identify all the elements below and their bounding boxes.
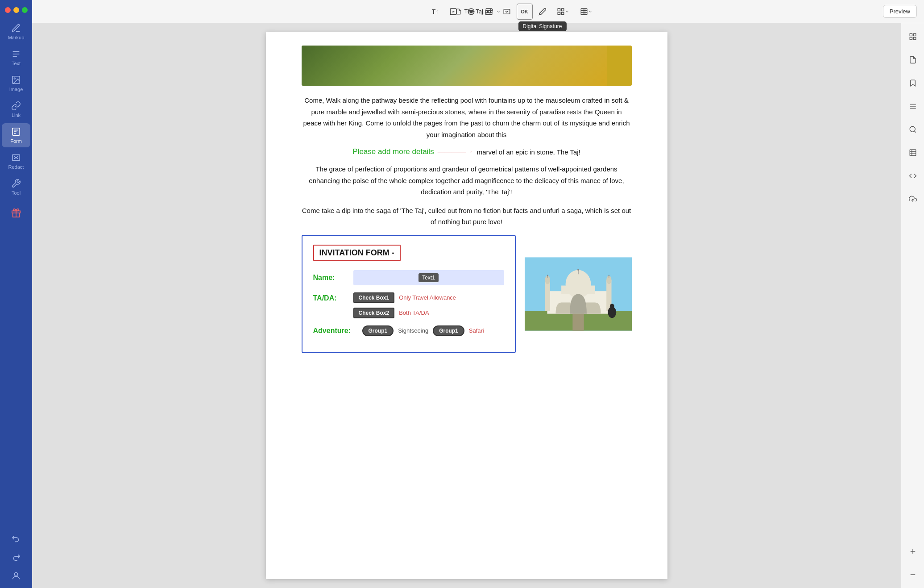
radio1-button[interactable]: Group1: [362, 325, 394, 336]
form-adventure-row: Adventure: Group1 Sightseeing Group1 Saf…: [313, 325, 504, 336]
svg-rect-13: [561, 8, 564, 11]
svg-point-46: [910, 126, 915, 132]
minimize-button[interactable]: [13, 7, 19, 13]
menu-icon[interactable]: [905, 98, 921, 114]
sidebar-item-undo[interactable]: [2, 530, 30, 547]
add-icon[interactable]: [905, 543, 921, 559]
form-title: INVITATION FORM -: [319, 248, 394, 257]
upload-icon[interactable]: [905, 191, 921, 207]
text-tool-button[interactable]: T↑: [427, 4, 443, 20]
taj-image: [525, 235, 632, 353]
radio2-button[interactable]: Group1: [433, 325, 464, 336]
svg-rect-12: [558, 8, 560, 11]
please-add-text: Please add more details: [352, 147, 434, 156]
svg-rect-40: [913, 33, 916, 36]
right-sidebar: [901, 23, 924, 588]
sidebar-item-image[interactable]: Image: [2, 71, 30, 96]
checkbox2-row: Check Box2 Both TA/DA: [353, 308, 456, 318]
form-title-box: INVITATION FORM -: [313, 245, 401, 261]
paragraph2: The grace of perfection of proportions a…: [302, 163, 632, 198]
paragraph3: Come take a dip into the saga of 'The Ta…: [302, 205, 632, 228]
bookmark-icon[interactable]: [905, 75, 921, 91]
radio1-text: Sightseeing: [398, 327, 428, 334]
checkbox1-button[interactable]: Check Box1: [353, 292, 395, 303]
svg-rect-39: [910, 33, 912, 36]
svg-rect-14: [558, 12, 560, 14]
form-tada-row: TA/DA: Check Box1 Only Travel Allowance …: [313, 292, 504, 318]
name-label: Name:: [313, 274, 349, 282]
svg-line-47: [914, 131, 916, 132]
search-icon[interactable]: [905, 121, 921, 138]
sidebar-item-link[interactable]: Link: [2, 97, 30, 121]
svg-point-7: [470, 10, 472, 13]
svg-rect-28: [545, 279, 550, 310]
svg-rect-15: [561, 12, 564, 14]
svg-point-35: [608, 275, 609, 276]
svg-point-1: [14, 78, 15, 79]
svg-rect-42: [913, 38, 916, 40]
svg-point-37: [609, 304, 614, 308]
paragraph1: Come, Walk along the pathway beside the …: [302, 95, 632, 140]
sidebar-item-text[interactable]: Text: [2, 46, 30, 70]
digital-signature-tooltip: Digital Signature: [518, 21, 566, 31]
svg-point-31: [547, 275, 548, 276]
annotation-line: Please add more details ————→ marvel of …: [302, 147, 632, 156]
sidebar-item-tool[interactable]: Tool: [2, 175, 30, 199]
svg-rect-11: [504, 9, 510, 14]
svg-rect-8: [486, 8, 492, 15]
svg-point-4: [14, 573, 17, 576]
svg-rect-41: [910, 38, 912, 40]
code-icon[interactable]: [905, 168, 921, 184]
radio2-text: Safari: [469, 327, 484, 334]
sidebar-item-redact[interactable]: Redact: [2, 149, 30, 173]
checkbox-group: Check Box1 Only Travel Allowance Check B…: [353, 292, 456, 318]
preview-button[interactable]: Preview: [883, 5, 917, 18]
close-button[interactable]: [5, 7, 11, 13]
name-text-field[interactable]: Text1: [353, 270, 504, 285]
invitation-form: INVITATION FORM - Name: Text1 TA/DA:: [302, 235, 516, 353]
svg-rect-16: [581, 8, 587, 15]
combobox-tool-button[interactable]: [499, 4, 515, 20]
grid-tool-button[interactable]: [576, 4, 597, 20]
sidebar-item-redo[interactable]: [2, 549, 30, 566]
grid-view-icon[interactable]: [905, 29, 921, 45]
maximize-button[interactable]: [22, 7, 28, 13]
sidebar-item-account[interactable]: [2, 567, 30, 584]
ok-tool-button[interactable]: OK: [517, 4, 533, 20]
svg-rect-48: [910, 150, 916, 156]
sidebar-item-gift[interactable]: [2, 204, 30, 221]
radio-group: Group1 Sightseeing Group1 Safari: [362, 325, 484, 336]
arrow-icon: ————→: [438, 148, 473, 156]
sidebar-item-markup[interactable]: Markup: [2, 20, 30, 44]
minus-icon[interactable]: [905, 567, 921, 583]
svg-point-27: [577, 269, 579, 271]
page-icon[interactable]: [905, 52, 921, 68]
checkbox1-text: Only Travel Allowance: [399, 294, 456, 301]
radio-tool-button[interactable]: [463, 4, 479, 20]
checkbox1-row: Check Box1 Only Travel Allowance: [353, 292, 456, 303]
signature-tool-button[interactable]: Digital Signature: [535, 4, 551, 20]
svg-rect-38: [572, 313, 584, 330]
checkbox-tool-button[interactable]: [445, 4, 461, 20]
adventure-label: Adventure:: [313, 327, 358, 335]
tada-label: TA/DA:: [313, 292, 349, 302]
table-icon[interactable]: [905, 145, 921, 161]
text-field-label: Text1: [418, 273, 439, 282]
checkbox2-button[interactable]: Check Box2: [353, 308, 395, 318]
checkbox2-text: Both TA/DA: [399, 309, 429, 316]
form-name-row: Name: Text1: [313, 270, 504, 285]
listbox-tool-button[interactable]: [481, 4, 497, 20]
document-page: Come, Walk along the pathway beside the …: [266, 32, 667, 579]
sidebar-item-form[interactable]: Form: [2, 123, 30, 147]
layout-tool-button[interactable]: [552, 4, 574, 20]
paragraph1-end: marvel of an epic in stone, The Taj!: [477, 148, 580, 156]
